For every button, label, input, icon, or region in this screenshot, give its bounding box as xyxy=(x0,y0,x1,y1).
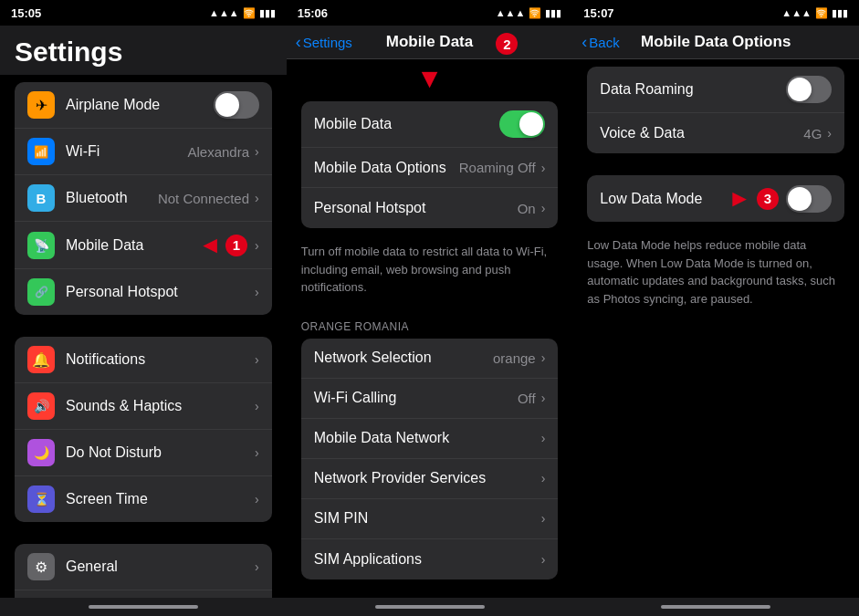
status-time-3: 15:07 xyxy=(583,6,613,20)
nav-back-back[interactable]: ‹ Back xyxy=(581,33,619,52)
sounds-row[interactable]: 🔊 Sounds & Haptics › xyxy=(15,383,272,430)
arrow-right-3: ► xyxy=(728,184,751,213)
mobile-data-options-label: Mobile Data Options xyxy=(314,160,459,176)
hotspot-row[interactable]: 🔗 Personal Hotspot › xyxy=(15,269,272,315)
low-data-mode-row[interactable]: Low Data Mode ► 3 xyxy=(587,175,844,222)
settings-content[interactable]: ✈ Airplane Mode 📶 Wi-Fi Alexandra › B Bl… xyxy=(0,75,287,598)
badge-1: 1 xyxy=(225,235,247,256)
mobile-data-options-value: Roaming Off xyxy=(459,160,536,175)
mobile-data-toggle[interactable] xyxy=(499,110,545,138)
back-label-3: Back xyxy=(589,35,619,50)
status-icons-3: ▲▲▲ 🛜 ▮▮▮ xyxy=(781,7,848,19)
screen-time-icon: ⏳ xyxy=(27,485,55,513)
signal-icon-2: ▲▲▲ xyxy=(496,7,526,18)
control-centre-row[interactable]: ⊞ Control Centre › xyxy=(15,590,272,598)
bluetooth-icon: B xyxy=(27,184,55,212)
sounds-chevron: › xyxy=(255,399,259,413)
mobile-data-toggle-row[interactable]: Mobile Data xyxy=(301,101,559,148)
wifi-value: Alexandra xyxy=(187,144,249,160)
status-bar-2: 15:06 ▲▲▲ 🛜 ▮▮▮ xyxy=(287,0,573,26)
wifi-calling-row[interactable]: Wi-Fi Calling Off › xyxy=(301,379,559,419)
data-roaming-row[interactable]: Data Roaming xyxy=(587,67,844,113)
mobile-data-options-content[interactable]: Data Roaming Voice & Data 4G › Low Data … xyxy=(572,59,859,598)
orange-romania-header: ORANGE ROMANIA xyxy=(287,304,573,339)
wifi-icon-1: 🛜 xyxy=(243,7,256,19)
network-selection-row[interactable]: Network Selection orange › xyxy=(301,339,559,379)
data-roaming-group: Data Roaming Voice & Data 4G › xyxy=(587,67,844,153)
data-roaming-toggle[interactable] xyxy=(786,76,832,103)
bluetooth-chevron: › xyxy=(255,191,259,205)
airplane-toggle[interactable] xyxy=(214,91,259,119)
signal-icon-3: ▲▲▲ xyxy=(781,7,812,18)
voice-data-value: 4G xyxy=(803,126,822,141)
screen-time-chevron: › xyxy=(255,492,259,506)
home-indicator-3 xyxy=(661,605,770,609)
nav-back-settings[interactable]: ‹ Settings xyxy=(296,33,352,52)
bluetooth-row[interactable]: B Bluetooth Not Connected › xyxy=(15,175,272,222)
mobile-data-chevron: › xyxy=(255,238,259,253)
mobile-data-options-row[interactable]: Mobile Data Options Roaming Off › xyxy=(301,148,559,188)
data-roaming-label: Data Roaming xyxy=(600,81,786,98)
sounds-icon: 🔊 xyxy=(27,392,55,420)
wifi-calling-label: Wi-Fi Calling xyxy=(314,390,518,406)
mobile-data-toggle-label: Mobile Data xyxy=(314,116,500,132)
p2-hotspot-chevron: › xyxy=(541,201,546,215)
battery-icon-2: ▮▮▮ xyxy=(545,7,561,19)
status-time-2: 15:06 xyxy=(298,6,328,20)
nav-title-2: Mobile Data xyxy=(386,33,473,51)
sim-apps-row[interactable]: SIM Applications › xyxy=(301,539,559,579)
network-provider-row[interactable]: Network Provider Services › xyxy=(301,459,559,499)
network-provider-label: Network Provider Services xyxy=(314,470,541,486)
dnd-row[interactable]: 🌙 Do Not Disturb › xyxy=(15,430,272,476)
nav-bar-3: ‹ Back Mobile Data Options xyxy=(572,26,859,59)
status-bar-3: 15:07 ▲▲▲ 🛜 ▮▮▮ xyxy=(572,0,859,26)
mobile-data-top-group: Mobile Data Mobile Data Options Roaming … xyxy=(301,101,559,228)
mobile-data-content[interactable]: ▼ Mobile Data Mobile Data Options Roamin… xyxy=(287,59,573,598)
badge-3: 3 xyxy=(757,188,779,210)
p2-hotspot-label: Personal Hotspot xyxy=(314,200,518,216)
badge-2: 2 xyxy=(496,33,518,55)
voice-data-row[interactable]: Voice & Data 4G › xyxy=(587,113,844,153)
battery-icon-1: ▮▮▮ xyxy=(259,7,276,19)
screen-time-row[interactable]: ⏳ Screen Time › xyxy=(15,476,272,522)
mobile-data-network-row[interactable]: Mobile Data Network › xyxy=(301,419,559,459)
general-label: General xyxy=(66,559,255,575)
airplane-mode-row[interactable]: ✈ Airplane Mode xyxy=(15,82,272,129)
wifi-chevron: › xyxy=(255,144,259,159)
connectivity-group: ✈ Airplane Mode 📶 Wi-Fi Alexandra › B Bl… xyxy=(15,82,272,315)
settings-title: Settings xyxy=(0,26,287,75)
sim-apps-chevron: › xyxy=(541,552,546,567)
sim-pin-row[interactable]: SIM PIN › xyxy=(301,499,559,539)
wifi-calling-value: Off xyxy=(518,391,536,406)
panel-mobile-data-options: 15:07 ▲▲▲ 🛜 ▮▮▮ ‹ Back Mobile Data Optio… xyxy=(572,0,859,616)
dnd-chevron: › xyxy=(255,445,259,460)
home-indicator-1 xyxy=(89,605,198,609)
back-arrow-2: ‹ xyxy=(296,33,301,52)
signal-icon-1: ▲▲▲ xyxy=(209,7,239,18)
bluetooth-value: Not Connected xyxy=(158,191,249,206)
status-time-1: 15:05 xyxy=(11,6,41,20)
wifi-icon: 📶 xyxy=(27,138,55,165)
voice-data-chevron: › xyxy=(827,126,832,141)
bluetooth-label: Bluetooth xyxy=(66,190,158,206)
mobile-data-icon: 📡 xyxy=(27,232,55,259)
dnd-icon: 🌙 xyxy=(27,439,55,466)
dnd-label: Do Not Disturb xyxy=(66,444,255,461)
hotspot-icon: 🔗 xyxy=(27,278,55,306)
p2-hotspot-value: On xyxy=(518,201,536,216)
low-data-group: Low Data Mode ► 3 xyxy=(587,175,844,222)
status-bar-1: 15:05 ▲▲▲ 🛜 ▮▮▮ xyxy=(0,0,287,26)
low-data-toggle[interactable] xyxy=(786,185,832,213)
wifi-label: Wi-Fi xyxy=(66,143,187,160)
notifications-label: Notifications xyxy=(66,351,255,368)
wifi-row[interactable]: 📶 Wi-Fi Alexandra › xyxy=(15,129,272,175)
network-selection-value: orange xyxy=(493,350,536,366)
mobile-data-row[interactable]: 📡 Mobile Data ◄ 1 › xyxy=(15,222,272,269)
p2-hotspot-row[interactable]: Personal Hotspot On › xyxy=(301,188,559,228)
notifications-icon: 🔔 xyxy=(27,346,55,373)
back-label-2: Settings xyxy=(303,35,352,50)
wifi-icon-2: 🛜 xyxy=(529,7,541,19)
notifications-row[interactable]: 🔔 Notifications › xyxy=(15,337,272,383)
mobile-data-network-label: Mobile Data Network xyxy=(314,430,541,446)
general-row[interactable]: ⚙ General › xyxy=(15,544,272,590)
